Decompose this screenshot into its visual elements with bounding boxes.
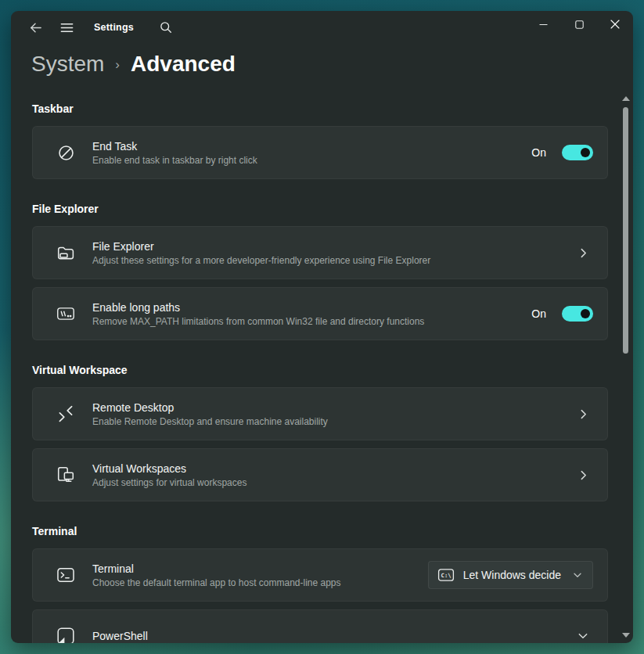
remote-desktop-icon xyxy=(56,404,75,423)
section-header-terminal: Terminal xyxy=(32,525,612,537)
back-button[interactable] xyxy=(22,16,49,39)
folder-icon xyxy=(56,243,75,262)
scrollbar-thumb[interactable] xyxy=(623,107,628,354)
setting-card-terminal: Terminal Choose the default terminal app… xyxy=(32,548,608,602)
chevron-right-icon xyxy=(578,409,588,419)
card-title: Enable long paths xyxy=(92,301,424,314)
setting-card-remote-desktop[interactable]: Remote Desktop Enable Remote Desktop and… xyxy=(32,387,608,440)
chevron-right-icon xyxy=(578,248,588,258)
navigation-menu-button[interactable] xyxy=(53,16,80,39)
block-icon xyxy=(56,143,75,162)
caption-controls xyxy=(525,11,633,38)
settings-window: Settings xyxy=(11,11,633,643)
breadcrumb-separator-icon: › xyxy=(115,57,120,73)
card-text: Terminal Choose the default terminal app… xyxy=(92,562,341,588)
app-title: Settings xyxy=(94,22,134,33)
card-title: Terminal xyxy=(92,562,341,575)
close-icon xyxy=(610,20,620,29)
section-header-file-explorer: File Explorer xyxy=(32,203,612,215)
dropdown-selected-value: Let Windows decide xyxy=(463,569,561,581)
card-title: File Explorer xyxy=(92,240,430,253)
scroll-up-arrow-icon[interactable] xyxy=(622,96,630,101)
long-path-icon xyxy=(56,304,75,323)
setting-card-powershell[interactable]: PowerShell xyxy=(32,609,608,643)
setting-card-virtual-workspaces[interactable]: Virtual Workspaces Adjust settings for v… xyxy=(32,448,608,501)
hamburger-menu-icon xyxy=(59,20,74,35)
titlebar: Settings xyxy=(11,11,633,44)
card-subtitle: Adjust these settings for a more develop… xyxy=(92,255,430,266)
card-controls xyxy=(578,409,593,419)
setting-card-file-explorer[interactable]: File Explorer Adjust these settings for … xyxy=(32,226,608,279)
scroll-down-arrow-icon[interactable] xyxy=(622,633,630,638)
chevron-down-icon xyxy=(577,631,588,641)
card-controls xyxy=(577,631,593,641)
card-controls xyxy=(578,470,593,480)
toggle-state-label: On xyxy=(531,146,546,159)
toggle-knob xyxy=(581,148,590,157)
breadcrumb: System › Advanced xyxy=(31,52,633,83)
titlebar-left: Settings xyxy=(11,16,179,39)
default-terminal-dropdown[interactable]: C:\ Let Windows decide xyxy=(428,561,593,589)
chevron-down-icon xyxy=(573,570,582,580)
card-subtitle: Choose the default terminal app to host … xyxy=(92,577,341,588)
virtual-workspaces-icon xyxy=(56,465,75,484)
card-text: Virtual Workspaces Adjust settings for v… xyxy=(92,462,246,488)
end-task-toggle[interactable] xyxy=(562,145,593,160)
setting-card-end-task: End Task Enable end task in taskbar by r… xyxy=(32,126,608,179)
card-controls xyxy=(578,248,593,258)
enable-long-paths-toggle[interactable] xyxy=(562,306,593,322)
close-button[interactable] xyxy=(597,11,633,38)
breadcrumb-parent[interactable]: System xyxy=(31,52,104,77)
card-subtitle: Adjust settings for virtual workspaces xyxy=(92,477,246,488)
card-controls: C:\ Let Windows decide xyxy=(428,561,593,589)
minimize-icon xyxy=(539,20,548,29)
back-arrow-icon xyxy=(28,20,43,35)
card-text: File Explorer Adjust these settings for … xyxy=(92,240,430,266)
maximize-icon xyxy=(575,20,584,29)
vertical-scrollbar[interactable] xyxy=(621,95,631,639)
terminal-icon xyxy=(56,566,75,584)
card-title: Remote Desktop xyxy=(92,401,328,414)
card-text: PowerShell xyxy=(92,630,148,642)
card-title: Virtual Workspaces xyxy=(92,462,246,475)
card-controls: On xyxy=(531,145,593,160)
toggle-knob xyxy=(581,309,590,318)
cmd-icon: C:\ xyxy=(437,566,455,584)
card-subtitle: Remove MAX_PATH limitations from common … xyxy=(92,316,424,327)
chevron-right-icon xyxy=(578,470,588,480)
search-button[interactable] xyxy=(153,16,179,39)
card-text: Remote Desktop Enable Remote Desktop and… xyxy=(92,401,328,427)
page-title: Advanced xyxy=(131,52,236,77)
svg-text:C:\: C:\ xyxy=(441,572,451,579)
card-subtitle: Enable Remote Desktop and ensure machine… xyxy=(92,416,328,427)
card-subtitle: Enable end task in taskbar by right clic… xyxy=(92,155,257,166)
card-text: End Task Enable end task in taskbar by r… xyxy=(92,140,257,166)
card-controls: On xyxy=(531,306,593,322)
settings-content: Taskbar End Task Enable end task in task… xyxy=(11,102,612,643)
card-text: Enable long paths Remove MAX_PATH limita… xyxy=(92,301,424,327)
section-header-virtual-workspace: Virtual Workspace xyxy=(32,364,612,376)
maximize-button[interactable] xyxy=(561,11,597,38)
search-icon xyxy=(159,20,173,34)
setting-card-enable-long-paths: Enable long paths Remove MAX_PATH limita… xyxy=(32,287,608,340)
card-title: PowerShell xyxy=(92,630,148,642)
powershell-icon xyxy=(56,627,75,643)
toggle-state-label: On xyxy=(531,307,546,320)
section-header-taskbar: Taskbar xyxy=(32,102,612,115)
minimize-button[interactable] xyxy=(525,11,561,38)
card-title: End Task xyxy=(92,140,257,153)
